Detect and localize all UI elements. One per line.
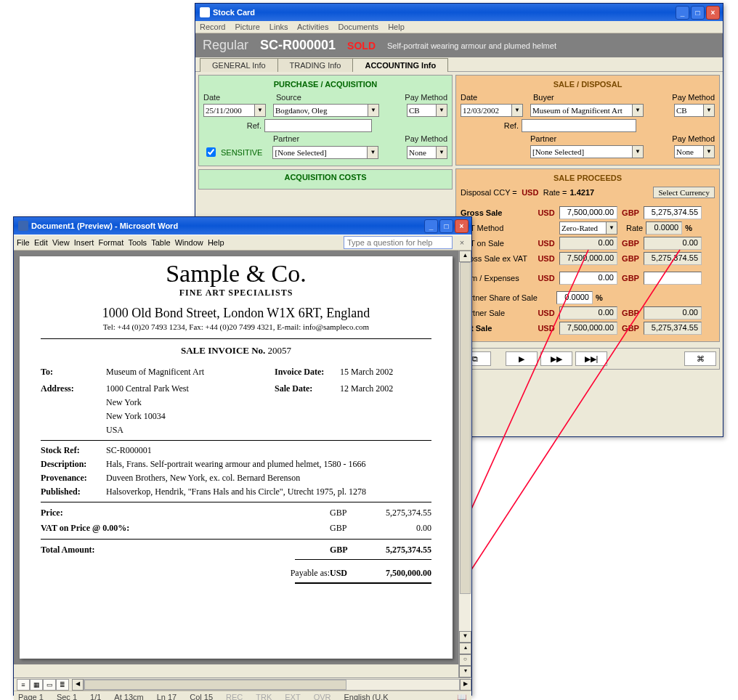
proceeds-title: SALE PROCEEDS [461,174,715,182]
menu-help[interactable]: Help [388,23,405,31]
menu-file[interactable]: File [17,238,30,247]
menu-tools[interactable]: Tools [128,238,147,247]
menu-activities[interactable]: Activities [297,23,328,31]
nav-fwd-button[interactable]: ▶▶ [540,351,572,366]
menu-picture[interactable]: Picture [235,23,260,31]
menu-table[interactable]: Table [151,238,170,247]
invoice-detail-table: Stock Ref:SC-R000001 Description:Hals, F… [41,444,431,499]
sale-partner-input[interactable]: ▼ [530,145,644,158]
browse-next-icon[interactable]: ▾ [459,666,471,677]
gross-gbp-value: 5,275,374.55 [644,206,702,219]
acq-costs-panel: ACQUISITION COSTS [198,169,453,190]
sale-buyer-input[interactable]: ▼ [530,104,644,117]
word-titlebar[interactable]: Document1 (Preview) - Microsoft Word _ □… [14,217,471,235]
status-sec: Sec 1 [57,693,77,700]
purchase-source-input[interactable]: ▼ [273,104,379,117]
purchase-partner-input[interactable]: ▼ [272,146,378,159]
gross-ex-gbp: 5,275,374.55 [644,252,702,265]
close-doc-icon[interactable]: × [455,238,469,247]
word-maximize-button[interactable]: □ [439,219,453,233]
browse-obj-icon[interactable]: ○ [459,654,471,666]
sale-date-input[interactable]: ▼ [461,104,523,117]
scroll-up-icon[interactable]: ▲ [459,251,471,262]
titlebar[interactable]: Stock Card _ □ × [195,4,723,21]
menu-insert[interactable]: Insert [74,238,94,247]
gross-usd-value[interactable]: 7,500,000.00 [559,206,617,219]
disposal-ccy-label: Disposal CCY = [461,188,517,197]
com-gbp[interactable] [644,272,702,285]
hscroll-track[interactable] [84,679,460,691]
minimize-button[interactable]: _ [676,6,689,20]
paymethod-label: Pay Method [405,93,447,102]
select-currency-button[interactable]: Select Currency [653,187,715,198]
menu-window[interactable]: Window [175,238,203,247]
menu-edit[interactable]: Edit [34,238,48,247]
hscroll-thumb[interactable] [84,680,346,690]
menu-view[interactable]: View [52,238,70,247]
sale-panel: SALE / DISPOSAL Date Buyer Pay Method ▼ … [455,75,720,166]
nav-next-button[interactable]: ▶ [506,351,538,366]
pct-label: % [685,224,692,232]
menu-links[interactable]: Links [269,23,288,31]
outline-view-icon[interactable]: ≣ [56,679,69,691]
close-button[interactable]: × [706,6,720,20]
purchase-paymethod2-input[interactable]: ▼ [407,146,447,159]
sale-paymethod2-input[interactable]: ▼ [674,145,715,158]
hscroll-left-icon[interactable]: ◀ [72,679,84,691]
status-trk: TRK [256,693,272,700]
purchase-panel: PURCHASE / ACQUISITION Date Source Pay M… [198,75,453,166]
purchase-ref-input[interactable] [264,119,372,132]
menu-documents[interactable]: Documents [338,23,378,31]
menu-format[interactable]: Format [98,238,123,247]
vscrollbar[interactable]: ▲ ▼ ▴ ○ ▾ [458,251,471,677]
menu-help[interactable]: Help [208,238,224,247]
gross-ex-usd: 7,500,000.00 [559,252,617,265]
company-tagline: FINE ART SPECIALISTS [41,288,431,298]
hscroll-right-icon[interactable]: ▶ [460,679,471,691]
word-window: Document1 (Preview) - Microsoft Word _ □… [13,216,472,696]
purchase-title: PURCHASE / ACQUISITION [203,80,447,89]
com-usd[interactable]: 0.00 [559,272,617,285]
sale-proceeds-panel: SALE PROCEEDS Disposal CCY = USD Rate = … [455,168,720,342]
word-icon [18,221,28,231]
help-search-input[interactable] [344,236,453,249]
vrate-value[interactable]: 0.0000 [646,221,682,235]
print-view-icon[interactable]: ▭ [43,679,56,691]
tab-accounting[interactable]: ACCOUNTING Info [352,58,448,72]
sale-paymethod-input[interactable]: ▼ [674,104,715,117]
vat-method-input[interactable]: ▼ [559,221,617,235]
invoice-total-table: Total Amount:GBP5,275,374.55 [41,542,431,558]
web-view-icon[interactable]: ▦ [30,679,43,691]
status-ln: Ln 17 [157,693,177,700]
purchase-paymethod-input[interactable]: ▼ [407,104,447,117]
maximize-button[interactable]: □ [691,6,705,20]
scroll-down-icon[interactable]: ▼ [459,631,471,643]
vat-on-sale-usd: 0.00 [559,237,617,250]
net-gbp: 5,275,374.55 [644,322,702,335]
partner-label: Partner [273,134,299,143]
sale-paymethod2-label: Pay Method [672,134,715,143]
menu-record[interactable]: Record [200,23,225,31]
tab-trading[interactable]: TRADING Info [277,58,354,72]
sale-ref-input[interactable] [522,119,636,132]
doc-area: Sample & Co. FINE ART SPECIALISTS 1000 O… [14,251,458,664]
tab-general[interactable]: GENERAL Info [200,58,278,72]
normal-view-icon[interactable]: ≡ [17,679,30,691]
ref-label: Ref. [203,121,261,130]
status-lang: English (U.K [344,693,388,700]
pshare-value[interactable]: 0.0000 [556,291,593,304]
app-icon [200,7,210,17]
date-label: Date [203,93,230,102]
sensitive-checkbox[interactable] [206,147,216,157]
record-nav: ⧉ ▶ ▶▶ ▶▶| ⌘ [455,348,720,370]
doc-page: Sample & Co. FINE ART SPECIALISTS 1000 O… [20,256,453,659]
word-close-button[interactable]: × [455,219,469,233]
invoice-payable-table: Payable as:USD7,500,000.00 [41,566,431,581]
scroll-thumb[interactable] [460,262,471,594]
nav-link-button[interactable]: ⌘ [684,351,716,366]
word-minimize-button[interactable]: _ [424,219,438,233]
nav-last-button[interactable]: ▶▶| [575,351,607,366]
status-book-icon[interactable]: 📖 [457,693,467,700]
purchase-date-input[interactable]: ▼ [203,104,266,117]
browse-prev-icon[interactable]: ▴ [459,643,471,654]
